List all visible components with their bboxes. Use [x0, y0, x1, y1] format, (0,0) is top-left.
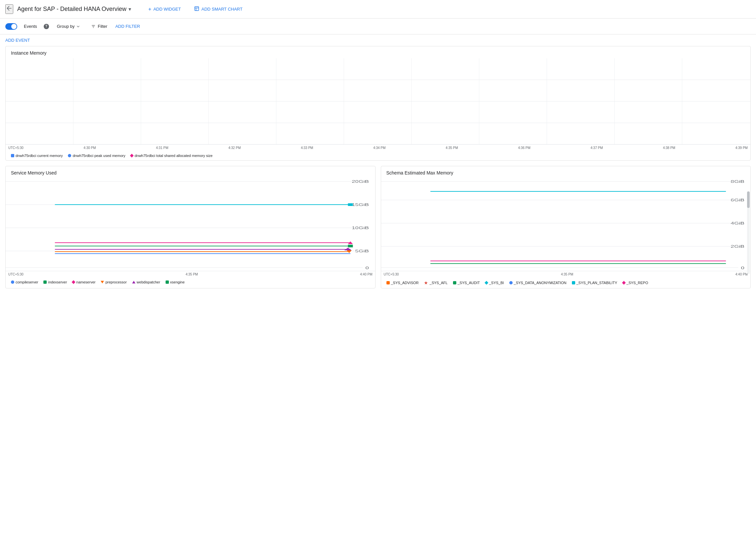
x-label-4: 4:33 PM: [301, 146, 313, 150]
sys-bi-label: _SYS_BI: [489, 281, 504, 285]
back-button[interactable]: [5, 4, 13, 14]
schema-memory-title: Schema Estimated Max Memory: [381, 170, 751, 178]
legend-peak-memory: dnwh75rdbci peak used memory: [68, 154, 125, 158]
legend-sys-bi: _SYS_BI: [485, 280, 504, 285]
add-filter-button[interactable]: ADD FILTER: [115, 24, 140, 29]
sys-repo-label: _SYS_REPO: [627, 281, 648, 285]
x-label-utc: UTC+5:30: [8, 273, 24, 276]
add-widget-button[interactable]: + ADD WIDGET: [144, 4, 185, 15]
svg-text:0: 0: [741, 266, 744, 270]
instance-memory-legend: dnwh75rdbci current memory dnwh75rdbci p…: [6, 151, 750, 160]
group-by-dropdown-icon: [76, 24, 80, 29]
service-memory-title: Service Memory Used: [6, 170, 375, 178]
sys-afl-icon: ★: [424, 280, 428, 285]
x-label-8: 4:37 PM: [590, 146, 603, 150]
legend-current-memory: dnwh75rdbci current memory: [11, 154, 63, 158]
title-dropdown-icon[interactable]: ▾: [128, 6, 131, 12]
svg-rect-26: [348, 203, 353, 206]
preprocessor-label: preprocessor: [105, 280, 126, 284]
legend-sys-audit: _SYS_AUDIT: [453, 280, 480, 285]
legend-sys-data-anon: _SYS_DATA_ANONYMIZATION: [509, 280, 567, 285]
sys-plan-stability-label: _SYS_PLAN_STABILITY: [577, 281, 617, 285]
add-widget-label: ADD WIDGET: [153, 7, 181, 12]
x-label-7: 4:36 PM: [518, 146, 530, 150]
x-label-5: 4:34 PM: [373, 146, 385, 150]
legend-shared-memory-label: dnwh75rdbci total shared allocated memor…: [134, 154, 212, 158]
toolbar: Events ? Group by Filter ADD FILTER: [0, 19, 756, 34]
sys-bi-icon: [484, 281, 488, 284]
x-label-440: 4:40 PM: [360, 273, 372, 276]
group-by-button[interactable]: Group by: [54, 23, 83, 30]
instance-memory-chart: Instance Memory UTC+5: [5, 46, 751, 161]
sys-audit-icon: [453, 281, 456, 284]
add-event-bar: ADD EVENT: [0, 34, 756, 46]
x-label-0: UTC+5:30: [8, 146, 24, 150]
instance-memory-x-axis: UTC+5:30 4:30 PM 4:31 PM 4:32 PM 4:33 PM…: [6, 144, 750, 151]
events-info-icon[interactable]: ?: [44, 24, 49, 29]
sys-data-anon-icon: [509, 281, 513, 284]
sys-data-anon-label: _SYS_DATA_ANONYMIZATION: [514, 281, 567, 285]
legend-current-memory-label: dnwh75rdbci current memory: [16, 154, 63, 158]
legend-peak-memory-icon: [68, 154, 71, 157]
instance-memory-canvas: [6, 58, 750, 144]
sys-advisor-icon: [386, 281, 390, 284]
header: Agent for SAP - Detailed HANA Overview ▾…: [0, 0, 756, 19]
svg-text:0: 0: [366, 266, 369, 270]
x-label-2: 4:31 PM: [156, 146, 168, 150]
instance-memory-title: Instance Memory: [6, 50, 750, 58]
legend-sys-advisor: _SYS_ADVISOR: [386, 280, 419, 285]
sys-audit-label: _SYS_AUDIT: [458, 281, 480, 285]
page-title: Agent for SAP - Detailed HANA Overview: [17, 6, 126, 13]
toggle-slider: [5, 23, 17, 30]
svg-rect-30: [348, 245, 353, 247]
sys-afl-label: _SYS_AFL: [429, 281, 447, 285]
instance-memory-svg: [6, 58, 750, 144]
xsengine-label: xsengine: [170, 280, 185, 284]
webdispatcher-label: webdispatcher: [137, 280, 160, 284]
nameserver-label: nameserver: [76, 280, 95, 284]
filter-label: Filter: [98, 24, 107, 29]
chart-scrollbar[interactable]: [747, 181, 750, 264]
legend-xsengine: xsengine: [166, 280, 185, 284]
xsengine-icon: [166, 280, 169, 284]
events-label: Events: [24, 24, 37, 29]
schema-memory-canvas: 8GiB 6GiB 4GiB 2GiB 0: [381, 178, 751, 271]
add-smart-chart-button[interactable]: ADD SMART CHART: [190, 4, 246, 15]
sys-advisor-label: _SYS_ADVISOR: [391, 281, 419, 285]
bottom-charts-row: Service Memory Used 20GiB 15GiB 10GiB 5G…: [5, 166, 751, 288]
legend-sys-plan-stability: _SYS_PLAN_STABILITY: [572, 280, 617, 285]
service-memory-x-axis: UTC+5:30 4:35 PM 4:40 PM: [6, 271, 375, 277]
service-memory-canvas: 20GiB 15GiB 10GiB 5GiB 0: [6, 178, 375, 271]
nameserver-icon: [72, 280, 76, 284]
webdispatcher-icon: [132, 281, 135, 283]
legend-current-memory-icon: [11, 154, 14, 157]
legend-sys-repo: _SYS_REPO: [623, 280, 648, 285]
legend-shared-memory-icon: [130, 154, 134, 157]
x-label-6: 4:35 PM: [446, 146, 458, 150]
service-memory-legend: compileserver indexserver nameserver pre…: [6, 277, 375, 287]
scrollbar-thumb[interactable]: [747, 191, 750, 208]
service-memory-chart: Service Memory Used 20GiB 15GiB 10GiB 5G…: [5, 166, 376, 288]
filter-icon: [91, 24, 96, 29]
x-label-utc: UTC+5:30: [384, 273, 399, 276]
compileserver-label: compileserver: [16, 280, 38, 284]
filter-button[interactable]: Filter: [88, 23, 110, 30]
x-label-3: 4:32 PM: [228, 146, 241, 150]
scrollbar-track: [747, 191, 750, 274]
legend-nameserver: nameserver: [72, 280, 95, 284]
legend-indexserver: indexserver: [43, 280, 67, 284]
compileserver-icon: [11, 280, 14, 284]
x-label-9: 4:38 PM: [663, 146, 675, 150]
sys-repo-icon: [622, 281, 626, 284]
add-event-link[interactable]: ADD EVENT: [5, 38, 30, 43]
charts-area: Instance Memory UTC+5: [0, 46, 756, 288]
x-label-440: 4:40 PM: [735, 273, 748, 276]
schema-memory-x-axis: UTC+5:30 4:35 PM 4:40 PM: [381, 271, 751, 277]
legend-webdispatcher: webdispatcher: [132, 280, 160, 284]
add-widget-icon: +: [148, 6, 151, 12]
legend-sys-afl: ★ _SYS_AFL: [424, 280, 447, 285]
add-smart-chart-label: ADD SMART CHART: [201, 7, 242, 12]
add-smart-chart-icon: [194, 6, 199, 13]
events-toggle[interactable]: [5, 23, 17, 30]
x-label-10: 4:39 PM: [735, 146, 748, 150]
